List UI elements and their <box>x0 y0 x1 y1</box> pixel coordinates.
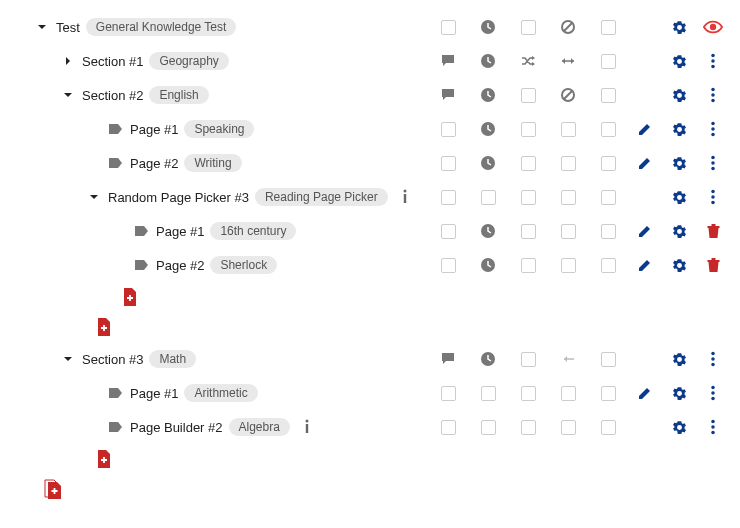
status-checkbox[interactable] <box>601 190 616 205</box>
delete-button[interactable] <box>706 223 721 239</box>
settings-button[interactable] <box>671 419 688 436</box>
chat-icon[interactable] <box>440 87 456 103</box>
status-checkbox[interactable] <box>601 20 616 35</box>
status-checkbox[interactable] <box>601 420 616 435</box>
more-button[interactable] <box>706 385 720 401</box>
status-checkbox[interactable] <box>441 122 456 137</box>
node-chip[interactable]: 16th century <box>210 222 296 240</box>
edit-button[interactable] <box>637 223 653 239</box>
node-label[interactable]: Page #1 <box>156 224 204 239</box>
status-checkbox[interactable] <box>521 352 536 367</box>
status-checkbox[interactable] <box>441 190 456 205</box>
status-checkbox[interactable] <box>601 122 616 137</box>
status-checkbox[interactable] <box>561 122 576 137</box>
status-checkbox[interactable] <box>601 258 616 273</box>
double-arrow-icon[interactable] <box>559 55 577 67</box>
node-chip[interactable]: Arithmetic <box>184 384 257 402</box>
status-checkbox[interactable] <box>521 122 536 137</box>
status-checkbox[interactable] <box>601 224 616 239</box>
left-arrow-icon[interactable] <box>559 353 577 365</box>
add-page-button[interactable] <box>122 288 138 306</box>
status-checkbox[interactable] <box>561 156 576 171</box>
collapse-toggle[interactable] <box>34 22 50 32</box>
status-checkbox[interactable] <box>521 386 536 401</box>
node-label[interactable]: Section #1 <box>82 54 143 69</box>
status-checkbox[interactable] <box>521 224 536 239</box>
node-chip[interactable]: General Knowledge Test <box>86 18 237 36</box>
edit-button[interactable] <box>637 155 653 171</box>
clock-icon[interactable] <box>480 257 496 273</box>
node-chip[interactable]: Math <box>149 350 196 368</box>
node-chip[interactable]: Speaking <box>184 120 254 138</box>
settings-button[interactable] <box>671 351 688 368</box>
node-chip[interactable]: Writing <box>184 154 241 172</box>
node-label[interactable]: Random Page Picker #3 <box>108 190 249 205</box>
node-chip[interactable]: Algebra <box>229 418 290 436</box>
status-checkbox[interactable] <box>561 190 576 205</box>
clock-icon[interactable] <box>480 351 496 367</box>
node-chip[interactable]: English <box>149 86 208 104</box>
settings-button[interactable] <box>671 87 688 104</box>
collapse-toggle[interactable] <box>86 192 102 202</box>
more-button[interactable] <box>706 419 720 435</box>
more-button[interactable] <box>706 155 720 171</box>
status-checkbox[interactable] <box>521 190 536 205</box>
node-label[interactable]: Page #1 <box>130 122 178 137</box>
status-checkbox[interactable] <box>441 258 456 273</box>
settings-button[interactable] <box>671 385 688 402</box>
node-chip[interactable]: Sherlock <box>210 256 277 274</box>
node-chip[interactable]: Reading Page Picker <box>255 188 388 206</box>
status-checkbox[interactable] <box>481 420 496 435</box>
settings-button[interactable] <box>671 189 688 206</box>
status-checkbox[interactable] <box>601 54 616 69</box>
clock-icon[interactable] <box>480 87 496 103</box>
add-page-button[interactable] <box>96 318 112 336</box>
collapse-toggle[interactable] <box>60 90 76 100</box>
node-chip[interactable]: Geography <box>149 52 228 70</box>
status-checkbox[interactable] <box>481 190 496 205</box>
status-checkbox[interactable] <box>561 420 576 435</box>
edit-button[interactable] <box>637 121 653 137</box>
status-checkbox[interactable] <box>561 224 576 239</box>
status-checkbox[interactable] <box>441 156 456 171</box>
settings-button[interactable] <box>671 223 688 240</box>
settings-button[interactable] <box>671 121 688 138</box>
edit-button[interactable] <box>637 257 653 273</box>
more-button[interactable] <box>706 121 720 137</box>
status-checkbox[interactable] <box>521 258 536 273</box>
status-checkbox[interactable] <box>481 386 496 401</box>
add-page-button[interactable] <box>96 450 112 468</box>
info-icon[interactable] <box>402 189 408 205</box>
node-label[interactable]: Test <box>56 20 80 35</box>
status-checkbox[interactable] <box>441 224 456 239</box>
status-checkbox[interactable] <box>601 386 616 401</box>
settings-button[interactable] <box>671 53 688 70</box>
node-label[interactable]: Page #2 <box>130 156 178 171</box>
clock-icon[interactable] <box>480 223 496 239</box>
node-label[interactable]: Page Builder #2 <box>130 420 223 435</box>
clock-icon[interactable] <box>480 121 496 137</box>
chat-icon[interactable] <box>440 351 456 367</box>
more-button[interactable] <box>706 87 720 103</box>
expand-toggle[interactable] <box>60 56 76 66</box>
node-label[interactable]: Section #3 <box>82 352 143 367</box>
ban-icon[interactable] <box>560 87 576 103</box>
shuffle-icon[interactable] <box>520 53 536 69</box>
edit-button[interactable] <box>637 385 653 401</box>
node-label[interactable]: Section #2 <box>82 88 143 103</box>
status-checkbox[interactable] <box>441 420 456 435</box>
add-section-button[interactable] <box>44 479 62 499</box>
chat-icon[interactable] <box>440 53 456 69</box>
delete-button[interactable] <box>706 257 721 273</box>
status-checkbox[interactable] <box>521 420 536 435</box>
status-checkbox[interactable] <box>521 156 536 171</box>
more-button[interactable] <box>706 53 720 69</box>
status-checkbox[interactable] <box>521 20 536 35</box>
status-checkbox[interactable] <box>521 88 536 103</box>
clock-icon[interactable] <box>480 155 496 171</box>
collapse-toggle[interactable] <box>60 354 76 364</box>
clock-icon[interactable] <box>480 19 496 35</box>
settings-button[interactable] <box>671 257 688 274</box>
more-button[interactable] <box>706 351 720 367</box>
preview-button[interactable] <box>703 20 723 34</box>
